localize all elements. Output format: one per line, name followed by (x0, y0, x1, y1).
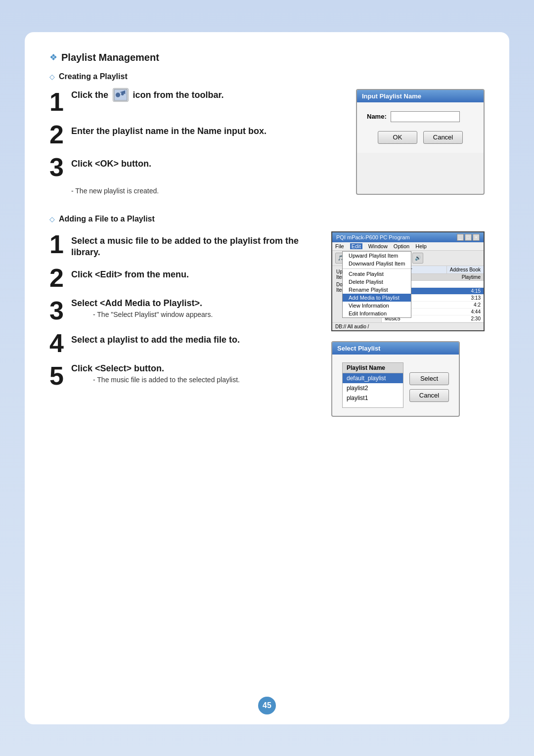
sp-item-default[interactable]: default_playlist (343, 373, 403, 383)
col-playtime: Playtime (459, 274, 484, 280)
diamond-icon-2: ◇ (49, 73, 55, 81)
sp-list: default_playlist playlist2 playlist1 (342, 373, 403, 408)
select-playlist-dialog: Select Playlist Playlist Name default_pl… (331, 341, 460, 417)
step-2-text: Enter the playlist name in the Name inpu… (71, 122, 267, 137)
s2-step-3-text: Select <Add Media to Playlist>. (71, 294, 202, 308)
section1-content: 1 Click the icon from the toolbar. (49, 89, 485, 195)
sp-item-playlist1[interactable]: playlist1 (343, 393, 403, 403)
step-3-text: Click <OK> button. (71, 154, 151, 170)
minimize-button[interactable]: _ (457, 234, 464, 241)
svg-point-1 (116, 92, 120, 97)
sp-titlebar: Select Playlist (332, 342, 459, 355)
step-1-text-before: Click the (71, 86, 111, 100)
dropdown-downward[interactable]: Downward Playlist Item (343, 260, 411, 267)
s2-step-3-number: 3 (49, 298, 68, 323)
section2: ◇ Adding a File to a Playlist 1 Select a… (49, 215, 485, 417)
file-time-4: 4:44 (464, 309, 484, 314)
dialog1-field: Name: (367, 111, 474, 122)
s2-step-1-row: 1 Select a music file to be added to the… (49, 231, 321, 259)
step-1-text-after: icon from the toolbar. (133, 86, 223, 100)
diamond-icon-1: ❖ (49, 52, 57, 63)
dropdown-add-media[interactable]: Add Media to Playlist (343, 294, 411, 302)
sp-select-button[interactable]: Select (409, 372, 449, 385)
app-titlebar: PQI mPack-P600 PC Program _ □ × (332, 232, 484, 242)
s2-step-4-text: Select a playlist to add the media file … (71, 330, 240, 346)
images-col-2: PQI mPack-P600 PC Program _ □ × File Edi… (331, 231, 485, 417)
dropdown-view-info[interactable]: View Information (343, 302, 411, 310)
fb-header-address: Address Book (447, 266, 484, 273)
sp-cancel-button[interactable]: Cancel (409, 389, 449, 402)
steps-col-2: 1 Select a music file to be added to the… (49, 231, 321, 417)
subsection1-header: ◇ Creating a Playlist (49, 72, 485, 81)
page-container: ❖ Playlist Management ◇ Creating a Playl… (25, 32, 509, 724)
dialog1-titlebar: Input Playlist Name (357, 90, 484, 102)
menu-option[interactable]: Option (394, 243, 409, 249)
maximize-button[interactable]: □ (465, 234, 472, 241)
steps-col-1: 1 Click the icon from the toolbar. (49, 89, 341, 195)
file-time-5: 2:30 (464, 316, 484, 321)
playlist-name-input[interactable] (391, 111, 460, 122)
sp-item-playlist2[interactable]: playlist2 (343, 383, 403, 393)
menu-edit[interactable]: Edit (350, 243, 362, 249)
sp-layout: Playlist Name default_playlist playlist2… (342, 362, 449, 408)
dialog1-label: Name: (367, 113, 387, 120)
s2-step-1-number: 1 (49, 231, 68, 257)
s2-step-4-number: 4 (49, 330, 68, 356)
step-3-row: 3 Click <OK> button. (49, 154, 341, 180)
input-playlist-dialog: Input Playlist Name Name: OK Cancel (356, 89, 485, 195)
app-menubar: File Edit Window Option Help (332, 242, 484, 251)
s2-step-5-note: - The music file is added to the selecte… (93, 376, 240, 384)
s2-step-5-row: 5 Click <Select> button. - The music fil… (49, 363, 321, 389)
dropdown-upward[interactable]: Upward Playlist Item (343, 252, 411, 260)
sp-list-section: Playlist Name default_playlist playlist2… (342, 362, 403, 408)
dropdown-rename[interactable]: Rename Playlist (343, 286, 411, 294)
page-number: 45 (258, 697, 276, 714)
s2-step-2-number: 2 (49, 265, 68, 291)
file-time-0 (464, 281, 484, 287)
step-3-number: 3 (49, 154, 68, 180)
s2-step-1-text: Select a music file to be added to the p… (71, 231, 321, 259)
dropdown-sep1 (343, 268, 411, 269)
toolbar-icon-7[interactable]: 🔊 (412, 253, 423, 264)
subsection2-header: ◇ Adding a File to a Playlist (49, 215, 485, 223)
dropdown-edit-info[interactable]: Edit Information (343, 310, 411, 317)
diamond-icon-3: ◇ (49, 215, 55, 223)
subsection1-title: Creating a Playlist (59, 72, 128, 81)
step-1-content: Click the icon from the toolbar. (71, 89, 224, 103)
s2-step-3-content: Select <Add Media to Playlist>. - The "S… (71, 298, 213, 318)
menu-file[interactable]: File (335, 243, 344, 249)
section1-title: Playlist Management (61, 52, 159, 63)
section2-content: 1 Select a music file to be added to the… (49, 231, 485, 417)
file-time-1: 4:15 (464, 288, 484, 294)
dialog1-body: Name: OK Cancel (357, 102, 484, 153)
section1-header: ❖ Playlist Management (49, 52, 485, 63)
s2-step-5-content: Click <Select> button. - The music file … (71, 363, 240, 383)
dialog1-buttons: OK Cancel (367, 131, 474, 144)
s2-step-5-number: 5 (49, 363, 68, 389)
dialog1-cancel-button[interactable]: Cancel (423, 131, 463, 144)
app-window: PQI mPack-P600 PC Program _ □ × File Edi… (331, 231, 485, 331)
step-3-note: - The new playlist is created. (71, 187, 341, 195)
step-2-number: 2 (49, 122, 68, 147)
svg-point-2 (121, 92, 124, 95)
menu-help[interactable]: Help (415, 243, 427, 249)
app-menu-wrapper: File Edit Window Option Help Upward Play… (332, 242, 484, 251)
dialog1-ok-button[interactable]: OK (378, 131, 417, 144)
dropdown-create[interactable]: Create Playlist (343, 270, 411, 278)
edit-dropdown: Upward Playlist Item Downward Playlist I… (342, 251, 411, 318)
step-1-number: 1 (49, 89, 68, 115)
step-1-row: 1 Click the icon from the toolbar. (49, 89, 341, 115)
sp-body: Playlist Name default_playlist playlist2… (332, 355, 459, 416)
s2-step-5-text: Click <Select> button. (71, 359, 164, 373)
sp-list-header: Playlist Name (342, 362, 403, 373)
sp-buttons: Select Cancel (409, 362, 449, 402)
playlist-icon (113, 88, 129, 102)
menu-window[interactable]: Window (368, 243, 388, 249)
close-button[interactable]: × (473, 234, 480, 241)
s2-step-2-row: 2 Click <Edit> from the menu. (49, 265, 321, 291)
dropdown-delete[interactable]: Delete Playlist (343, 278, 411, 286)
s2-step-3-row: 3 Select <Add Media to Playlist>. - The … (49, 298, 321, 323)
file-time-3: 4:2 (464, 302, 484, 308)
s2-step-4-row: 4 Select a playlist to add the media fil… (49, 330, 321, 356)
s2-step-2-text: Click <Edit> from the menu. (71, 265, 189, 280)
